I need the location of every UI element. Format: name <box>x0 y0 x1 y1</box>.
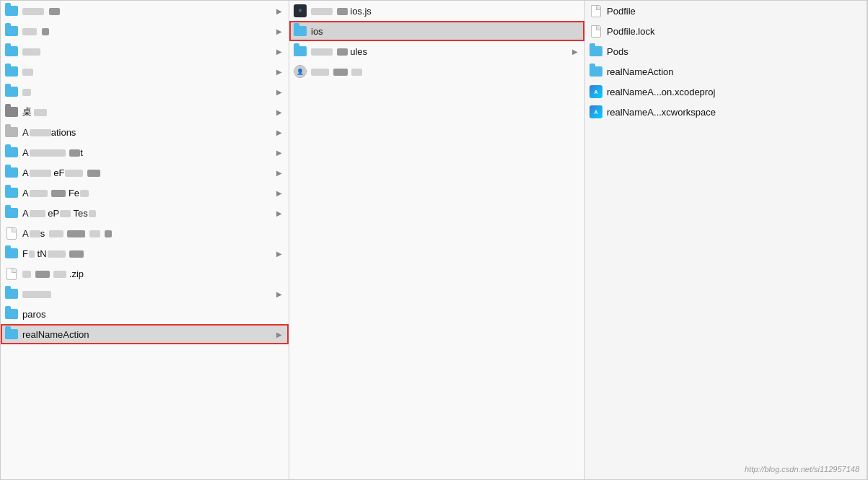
item-label: ios <box>311 26 580 37</box>
file-icon <box>589 4 602 17</box>
item-label <box>22 289 274 300</box>
disclosure-arrow: ▶ <box>274 7 284 15</box>
list-item[interactable]: Aations ▶ <box>1 122 289 142</box>
column-1: ▶ ▶ ▶ ▶ <box>1 1 289 479</box>
disclosure-arrow: ▶ <box>274 27 284 35</box>
list-item[interactable]: Podfile <box>585 1 867 21</box>
disclosure-arrow: ▶ <box>274 48 284 56</box>
list-item[interactable]: ▶ <box>1 21 289 41</box>
item-label: A Fe <box>22 188 274 198</box>
column-3: Podfile Podfile.lock Pods realNameAction… <box>585 1 867 479</box>
disclosure-arrow: ▶ <box>274 149 284 157</box>
disclosure-arrow: ▶ <box>274 189 284 197</box>
item-label: realNameAction <box>22 329 274 340</box>
list-item[interactable]: paros <box>1 304 289 324</box>
column-2: ⚛ ios.js ios ules ▶ <box>289 1 585 479</box>
list-item[interactable]: A eF ▶ <box>1 162 289 183</box>
disclosure-arrow: ▶ <box>274 290 284 298</box>
watermark: http://blog.csdn.net/si112957148 <box>745 465 859 474</box>
item-label: Pods <box>607 46 862 57</box>
item-label <box>22 87 274 97</box>
item-label <box>22 46 274 57</box>
item-label: A eP Tes <box>22 208 274 219</box>
disclosure-arrow: ▶ <box>274 209 284 217</box>
item-label: .zip <box>22 269 284 279</box>
list-item[interactable]: ▶ <box>1 82 289 102</box>
item-label: F tN <box>22 248 274 259</box>
react-icon: ⚛ <box>294 4 307 17</box>
disclosure-arrow: ▶ <box>274 108 284 116</box>
list-item[interactable]: .zip <box>1 263 289 284</box>
item-label: realNameAction <box>607 66 862 77</box>
disclosure-arrow: ▶ <box>274 250 284 258</box>
item-label: A t <box>22 147 274 158</box>
special-icon: 👤 <box>294 65 307 78</box>
list-item[interactable]: F tN ▶ <box>1 243 289 263</box>
list-item[interactable]: A eP Tes ▶ <box>1 203 289 223</box>
list-item[interactable]: ▶ <box>1 41 289 61</box>
item-label: paros <box>22 309 284 320</box>
list-item[interactable]: A realNameA...on.xcodeproj <box>585 82 867 102</box>
folder-icon <box>5 65 18 78</box>
disclosure-arrow: ▶ <box>570 48 580 56</box>
folder-icon <box>589 65 602 78</box>
folder-icon <box>5 328 18 341</box>
list-item[interactable]: Podfile.lock <box>585 21 867 41</box>
folder-icon <box>5 146 18 159</box>
list-item-ios[interactable]: ios <box>289 21 584 41</box>
list-item[interactable]: A realNameA...xcworkspace <box>585 102 867 122</box>
list-item[interactable]: ▶ <box>1 284 289 304</box>
folder-icon <box>5 287 18 300</box>
disclosure-arrow: ▶ <box>274 88 284 96</box>
item-label: 桌 <box>22 105 274 118</box>
disclosure-arrow: ▶ <box>274 128 284 136</box>
file-icon <box>589 25 602 38</box>
list-item[interactable]: A t ▶ <box>1 142 289 162</box>
xcode-workspace-icon: A <box>589 105 602 118</box>
item-label <box>22 66 274 77</box>
list-item[interactable]: ▶ <box>1 1 289 21</box>
folder-icon <box>5 166 18 179</box>
folder-icon <box>5 186 18 199</box>
folder-icon <box>5 307 18 320</box>
item-label <box>22 26 274 37</box>
list-item[interactable]: 👤 <box>289 61 584 82</box>
folder-icon <box>294 25 307 38</box>
list-item[interactable]: ⚛ ios.js <box>289 1 584 21</box>
folder-icon <box>5 247 18 260</box>
list-item[interactable]: A Fe ▶ <box>1 183 289 203</box>
list-item[interactable]: ▶ <box>1 61 289 82</box>
list-item-realNameAction[interactable]: realNameAction ▶ <box>1 324 289 344</box>
item-label: As <box>22 228 284 239</box>
folder-icon <box>5 45 18 58</box>
folder-icon <box>5 85 18 98</box>
list-item[interactable]: Pods <box>585 41 867 61</box>
disclosure-arrow: ▶ <box>274 68 284 76</box>
item-label: Podfile <box>607 6 862 17</box>
file-icon <box>5 227 18 240</box>
item-label <box>311 66 580 77</box>
item-label: ios.js <box>311 6 580 17</box>
folder-icon <box>589 45 602 58</box>
item-label: ules <box>311 46 570 57</box>
folder-icon <box>5 25 18 38</box>
folder-icon <box>5 206 18 219</box>
item-label: realNameA...xcworkspace <box>607 107 862 118</box>
list-item[interactable]: As <box>1 223 289 243</box>
item-label <box>22 6 274 17</box>
folder-template-icon <box>5 126 18 139</box>
list-item[interactable]: ules ▶ <box>289 41 584 61</box>
folder-icon <box>5 4 18 17</box>
file-icon <box>5 267 18 280</box>
disclosure-arrow: ▶ <box>274 331 284 339</box>
list-item[interactable]: 桌 ▶ <box>1 102 289 122</box>
item-label: realNameA...on.xcodeproj <box>607 87 862 97</box>
xcode-icon: A <box>589 85 602 98</box>
item-label: Podfile.lock <box>607 26 862 37</box>
item-label: A eF <box>22 167 274 178</box>
disclosure-arrow: ▶ <box>274 169 284 177</box>
item-label: Aations <box>22 127 274 138</box>
list-item-realNameAction[interactable]: realNameAction <box>585 61 867 82</box>
finder-window: ▶ ▶ ▶ ▶ <box>0 0 868 480</box>
folder-icon-dark <box>5 105 18 118</box>
